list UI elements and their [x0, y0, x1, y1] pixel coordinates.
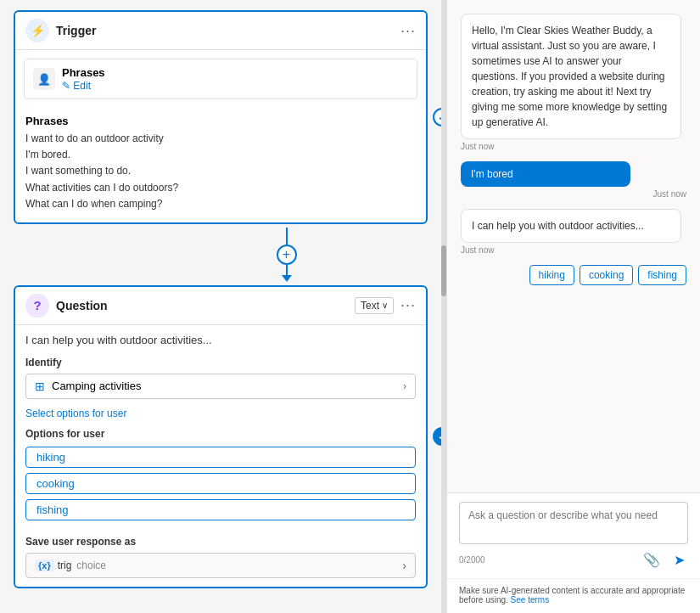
chevron-down-icon: ∨ [382, 301, 388, 310]
left-panel: ⚡ Trigger ··· 👤 Phrases ✎ Edit Phrases I… [0, 0, 441, 613]
send-button[interactable]: ➤ [670, 550, 688, 570]
user-message-text: I'm bored [471, 168, 513, 180]
char-count: 0/2000 [459, 555, 485, 565]
var-trig: trig [58, 560, 72, 571]
chat-area: Hello, I'm Clear Skies Weather Buddy, a … [447, 0, 700, 492]
connector: + [145, 228, 428, 282]
chat-input[interactable] [459, 502, 688, 544]
connector-line-top [286, 228, 288, 245]
option-tag-hiking[interactable]: hiking [25, 447, 416, 468]
phrases-icon: 👤 [33, 68, 55, 90]
phrases-list: I want to do an outdoor activity I'm bor… [25, 131, 416, 212]
question-body-text: I can help you with outdoor activities..… [25, 334, 416, 346]
chat-option-fishing[interactable]: fishing [638, 265, 686, 285]
select-options-link[interactable]: Select options for user [25, 408, 416, 419]
phrases-label: Phrases [62, 66, 408, 79]
identify-chevron-icon: › [403, 380, 406, 392]
save-response-var: {x} trig choice [35, 560, 402, 571]
trigger-icon: ⚡ [25, 19, 49, 42]
user-bubble: I'm bored [461, 161, 630, 187]
var-badge: {x} [35, 560, 54, 571]
save-response-row[interactable]: {x} trig choice › [25, 553, 416, 578]
right-panel: Hello, I'm Clear Skies Weather Buddy, a … [446, 0, 700, 613]
disclaimer: Make sure AI-generated content is accura… [447, 578, 700, 613]
var-choice: choice [76, 560, 106, 571]
trigger-menu-button[interactable]: ··· [400, 22, 416, 40]
question-card-header: ? Question Text ∨ ··· [15, 287, 426, 325]
identify-row[interactable]: ⊞ Camping activities › [25, 374, 416, 399]
question-body: I can help you with outdoor activities..… [15, 325, 426, 587]
question-type-label: Text [361, 300, 379, 312]
question-icon: ? [25, 294, 49, 318]
add-node-button[interactable]: + [277, 245, 297, 265]
connector-arrow [282, 275, 292, 282]
trigger-check-badge: ✓ [433, 108, 441, 127]
edit-link[interactable]: ✎ Edit [62, 80, 91, 92]
trigger-title: Trigger [56, 24, 394, 37]
save-response-chevron-icon: › [402, 559, 406, 572]
options-list: hiking cooking fishing [25, 447, 416, 526]
user-message-container: I'm bored Just now [461, 161, 686, 199]
question-title: Question [56, 299, 348, 312]
chat-option-hiking[interactable]: hiking [529, 265, 574, 285]
identify-icon: ⊞ [35, 380, 45, 393]
chat-input-area: 0/2000 📎 ➤ [447, 492, 700, 578]
bot-greeting-text: Hello, I'm Clear Skies Weather Buddy, a … [472, 25, 667, 128]
bot-reply-text: I can help you with outdoor activities..… [472, 220, 644, 232]
disclaimer-link[interactable]: See terms [511, 595, 550, 605]
question-menu-button[interactable]: ··· [400, 296, 416, 314]
greeting-timestamp: Just now [461, 142, 686, 151]
question-type-dropdown[interactable]: Text ∨ [355, 297, 394, 314]
option-tag-fishing[interactable]: fishing [25, 499, 416, 520]
identify-label: Identify [25, 357, 416, 368]
bot-greeting-container: Hello, I'm Clear Skies Weather Buddy, a … [461, 14, 686, 151]
bot-reply-bubble: I can help you with outdoor activities..… [461, 209, 681, 243]
phrase-item: What can I do when camping? [25, 196, 416, 212]
question-check-badge: ✓ [433, 427, 441, 446]
user-timestamp: Just now [461, 189, 686, 199]
chat-actions: 📎 ➤ [640, 550, 688, 570]
phrase-item: I'm bored. [25, 147, 416, 163]
chat-options-row: hiking cooking fishing [529, 265, 686, 285]
chat-input-footer: 0/2000 📎 ➤ [459, 550, 688, 570]
phrases-section: Phrases I want to do an outdoor activity… [15, 108, 426, 222]
options-label: Options for user [25, 428, 416, 440]
disclaimer-text: Make sure AI-generated content is accura… [459, 586, 685, 605]
phrase-item: I want to do an outdoor activity [25, 131, 416, 147]
trigger-phrases-box[interactable]: 👤 Phrases ✎ Edit [24, 59, 417, 99]
trigger-card-header: ⚡ Trigger ··· [15, 12, 426, 50]
reply-timestamp: Just now [461, 245, 686, 255]
scroll-divider [441, 0, 446, 613]
identify-value: Camping activities [52, 380, 403, 392]
attachment-button[interactable]: 📎 [640, 550, 664, 570]
chat-option-cooking[interactable]: cooking [580, 265, 633, 285]
phrase-item: What activities can I do outdoors? [25, 180, 416, 196]
trigger-card: ⚡ Trigger ··· 👤 Phrases ✎ Edit Phrases I… [14, 10, 428, 224]
bot-greeting-bubble: Hello, I'm Clear Skies Weather Buddy, a … [461, 14, 681, 139]
question-header-right: Text ∨ ··· [355, 296, 416, 314]
scroll-thumb[interactable] [441, 245, 446, 296]
save-response-section: Save user response as {x} trig choice › [25, 536, 416, 578]
phrases-title: Phrases [25, 115, 416, 127]
save-response-label: Save user response as [25, 536, 416, 548]
phrase-item: I want something to do. [25, 163, 416, 179]
option-tag-cooking[interactable]: cooking [25, 473, 416, 494]
bot-reply-container: I can help you with outdoor activities..… [461, 209, 686, 255]
question-card: ? Question Text ∨ ··· I can help you wit… [14, 285, 428, 588]
